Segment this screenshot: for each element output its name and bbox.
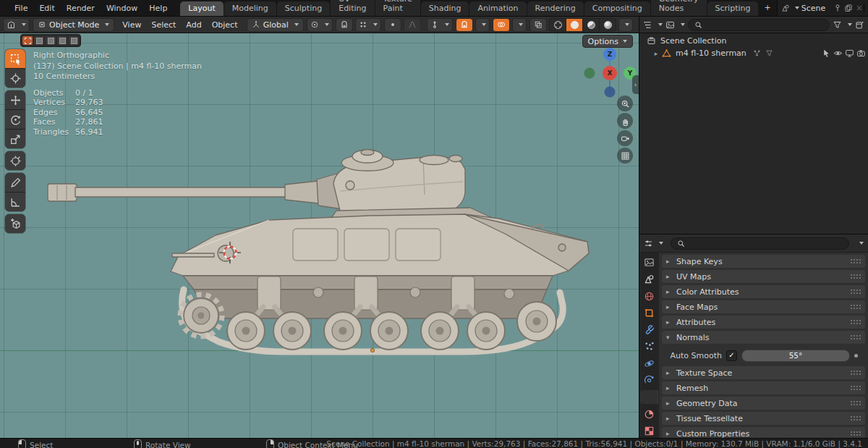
menu-help[interactable]: Help (143, 4, 173, 13)
select-mode-extend-button[interactable] (34, 36, 44, 45)
properties-tab-scene[interactable] (640, 272, 658, 286)
mode-dropdown[interactable]: Object Mode (33, 18, 114, 32)
shading-material-button[interactable] (583, 19, 600, 31)
copy-scene-icon[interactable] (844, 4, 853, 12)
expand-arrow-icon[interactable]: ▸ (652, 50, 660, 57)
tool-annotate[interactable] (5, 173, 25, 192)
viewport-3d[interactable]: Right Orthographic (137) Scene Collectio… (0, 33, 639, 438)
menu-render[interactable]: Render (61, 4, 101, 13)
viewport-menu-view[interactable]: View (117, 20, 146, 30)
properties-options-dropdown[interactable] (859, 242, 864, 245)
tool-add-cube[interactable] (5, 214, 25, 233)
section-color-attributes[interactable]: ▸Color Attributes (662, 285, 865, 298)
drag-handle-icon[interactable] (850, 431, 861, 436)
shading-solid-button[interactable] (566, 19, 583, 31)
drag-handle-icon[interactable] (850, 370, 861, 376)
properties-tab-wrench[interactable] (640, 323, 658, 337)
new-collection-icon[interactable] (855, 20, 864, 30)
section-uv-maps[interactable]: ▸UV Maps (662, 270, 865, 283)
scene-name[interactable]: Scene (801, 4, 831, 13)
viewport-menu-add[interactable]: Add (181, 20, 206, 30)
view-layer-selector[interactable]: View Layer (864, 4, 868, 13)
section-texture-space[interactable]: ▸Texture Space (662, 366, 865, 379)
workspace-tab-layout[interactable]: Layout (180, 1, 223, 16)
select-cursor-icon[interactable] (822, 48, 831, 58)
outliner-row-object[interactable]: ▸ m4 fl-10 sherman (639, 47, 868, 59)
gizmo-x-axis[interactable]: X (603, 66, 617, 80)
monitor-icon[interactable] (845, 48, 854, 58)
keyframe-decorator-icon[interactable] (854, 354, 858, 358)
tool-box-select[interactable] (5, 49, 25, 68)
properties-tab-mesh-data[interactable] (640, 390, 658, 404)
outliner-row-collection[interactable]: Scene Collection (639, 35, 868, 47)
select-mode-set-button[interactable] (22, 36, 33, 45)
drag-handle-icon[interactable] (850, 385, 861, 391)
drag-handle-icon[interactable] (850, 274, 861, 279)
workspace-tab-compositing[interactable]: Compositing (584, 1, 650, 16)
snapping-toggle-active[interactable] (456, 18, 473, 32)
nav-zoom-button[interactable] (617, 96, 633, 111)
section-face-maps[interactable]: ▸Face Maps (662, 300, 865, 313)
falloff-dropdown[interactable] (404, 18, 421, 32)
menu-edit[interactable]: Edit (33, 4, 60, 13)
overlays-dropdown[interactable] (512, 18, 527, 32)
properties-tab-texture[interactable] (640, 424, 658, 438)
nav-grid-button[interactable] (617, 148, 633, 164)
section-remesh[interactable]: ▸Remesh (662, 381, 865, 394)
viewport-menu-select[interactable]: Select (146, 20, 181, 30)
xray-toggle[interactable] (529, 18, 547, 32)
properties-tab-world[interactable] (640, 289, 658, 303)
display-mode-icon[interactable] (665, 20, 675, 30)
shading-rendered-button[interactable] (600, 19, 616, 31)
pin-icon[interactable] (833, 4, 842, 12)
drag-handle-icon[interactable] (850, 415, 861, 421)
menu-window[interactable]: Window (101, 4, 143, 13)
drag-handle-icon[interactable] (850, 334, 861, 340)
properties-tab-image[interactable] (640, 255, 658, 269)
properties-editor-icon[interactable] (644, 239, 653, 248)
workspace-tab-uv-editing[interactable]: UV Editing (331, 0, 374, 16)
scene-selector[interactable]: Scene (781, 4, 864, 13)
shading-dropdown[interactable] (618, 18, 633, 32)
workspace-tab-sculpting[interactable]: Sculpting (277, 1, 330, 16)
eye-icon[interactable] (833, 48, 843, 58)
drag-handle-icon[interactable] (850, 319, 861, 325)
section-normals[interactable]: ▾Normals (662, 331, 865, 344)
select-mode-subtract-button[interactable] (46, 36, 56, 45)
workspace-tab-scripting[interactable]: Scripting (707, 1, 759, 16)
orientation-dropdown[interactable]: Global (247, 18, 304, 32)
outliner-search-input[interactable] (688, 19, 830, 31)
properties-tab-material[interactable] (640, 407, 658, 420)
properties-tab-object[interactable] (640, 306, 658, 320)
viewport-menu-object[interactable]: Object (207, 20, 243, 30)
section-custom-properties[interactable]: ▸Custom Properties (662, 427, 865, 438)
workspace-tab-rendering[interactable]: Rendering (527, 1, 584, 16)
show-gizmos-dropdown[interactable] (427, 18, 453, 32)
tank-model[interactable] (29, 148, 608, 365)
pivot-dropdown[interactable] (307, 18, 333, 32)
gizmo-z-axis[interactable]: Z (603, 48, 616, 61)
proportional-edit-toggle[interactable] (384, 18, 401, 32)
sidebar-collapse-arrow[interactable]: ‹ (632, 75, 639, 94)
drag-handle-icon[interactable] (850, 304, 861, 310)
section-tissue-tessellate[interactable]: ▸Tissue Tessellate (662, 412, 865, 425)
section-geometry-data[interactable]: ▸Geometry Data (662, 397, 865, 410)
auto-smooth-angle-slider[interactable]: 55° (741, 350, 850, 362)
tool-rotate[interactable] (5, 110, 25, 129)
add-workspace-button[interactable]: + (759, 1, 775, 15)
snap-target-dropdown[interactable] (355, 18, 381, 32)
select-mode-invert-button[interactable] (57, 36, 67, 45)
workspace-tab-geometry-nodes[interactable]: Geometry Nodes (651, 0, 707, 16)
tool-scale[interactable] (5, 130, 25, 148)
shading-wireframe-button[interactable] (550, 19, 566, 31)
select-mode-intersect-button[interactable] (69, 36, 79, 45)
editor-type-dropdown[interactable] (3, 18, 30, 32)
tool-move[interactable] (5, 90, 25, 109)
workspace-tab-shading[interactable]: Shading (421, 1, 469, 16)
tool-transform[interactable] (5, 151, 25, 170)
snap-toggle[interactable] (336, 18, 353, 32)
properties-search-input[interactable] (671, 237, 849, 250)
properties-tab-physics[interactable] (640, 357, 658, 371)
overlays-toggle[interactable] (493, 18, 510, 32)
section-attributes[interactable]: ▸Attributes (662, 316, 865, 329)
